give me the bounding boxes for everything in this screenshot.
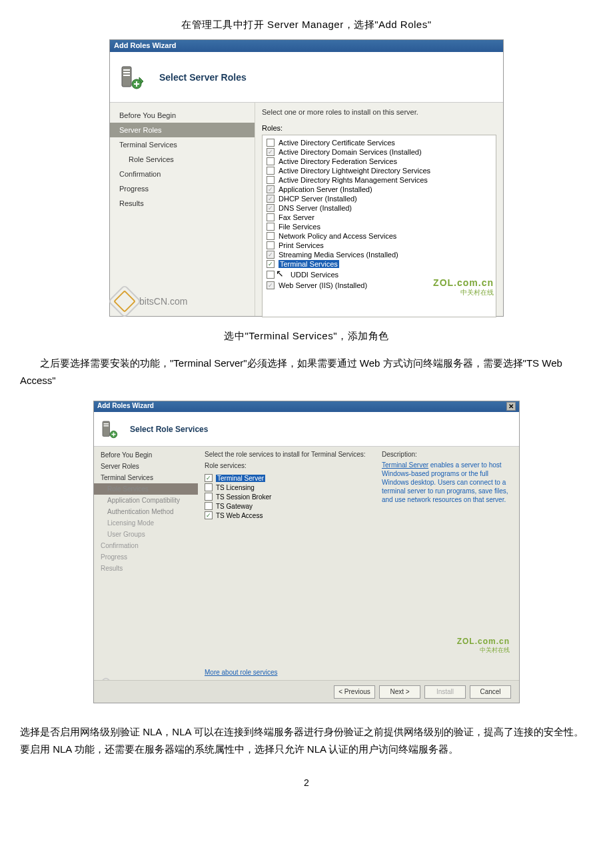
wizard-header: Select Server Roles (110, 52, 503, 103)
bitscn-label: bitsCN.com (139, 296, 187, 307)
role-terminal-services[interactable]: Terminal Services (267, 259, 492, 269)
sidebar-item-results[interactable]: Results (94, 563, 198, 574)
role-ad-federation[interactable]: Active Directory Federation Services (267, 157, 492, 166)
caption-open-server-manager: 在管理工具中打开 Server Manager，选择"Add Roles" (20, 19, 593, 31)
checkbox-icon[interactable] (205, 483, 213, 491)
sidebar-item-confirmation[interactable]: Confirmation (110, 167, 255, 181)
service-ts-licensing[interactable]: TS Licensing (205, 483, 368, 492)
window-title-text: Add Roles Wizard (97, 402, 154, 411)
checkbox-icon (267, 185, 275, 193)
checkbox-icon[interactable] (267, 139, 275, 147)
checkbox-icon[interactable] (267, 232, 275, 240)
sidebar-item-licensing[interactable]: Licensing Mode (94, 517, 198, 529)
checkbox-icon[interactable] (205, 502, 213, 510)
role-fax[interactable]: Fax Server (267, 213, 492, 222)
zol-logo-sub: 中关村在线 (433, 288, 494, 297)
install-button[interactable]: Install (424, 685, 466, 699)
checkbox-icon[interactable] (205, 511, 213, 519)
sidebar-item-before-you-begin[interactable]: Before You Begin (110, 108, 255, 123)
cancel-button[interactable]: Cancel (470, 685, 511, 699)
service-ts-gateway[interactable]: TS Gateway (205, 501, 368, 511)
checkbox-icon[interactable] (267, 157, 275, 165)
svg-rect-7 (104, 425, 109, 427)
previous-button[interactable]: < Previous (334, 685, 375, 699)
service-ts-session-broker[interactable]: TS Session Broker (205, 492, 368, 501)
checkbox-icon[interactable] (267, 167, 275, 175)
screenshot-select-server-roles: Add Roles Wizard Select Server Roles Bef… (109, 39, 504, 317)
sidebar-item-server-roles[interactable]: Server Roles (94, 461, 198, 472)
terminal-server-link[interactable]: Terminal Server (382, 461, 428, 469)
sidebar-item-role-services[interactable]: Role Services (110, 152, 255, 167)
sidebar-item-auth-method[interactable]: Authentication Method (94, 506, 198, 517)
checkbox-icon[interactable] (205, 474, 213, 482)
window-titlebar: Add Roles Wizard (110, 40, 503, 52)
checkbox-icon[interactable] (267, 241, 275, 249)
paragraph-select-features: 之后要选择需要安装的功能，"Terminal Server"必须选择，如果需要通… (20, 355, 593, 389)
checkbox-icon[interactable] (267, 223, 275, 231)
role-dhcp[interactable]: DHCP Server (Installed) (267, 194, 492, 203)
svg-rect-3 (123, 75, 130, 76)
checkbox-icon[interactable] (267, 271, 275, 279)
cursor-icon: ↖ (276, 268, 284, 279)
sidebar-item-terminal-services[interactable]: Terminal Services (110, 137, 255, 152)
server-role-icon (101, 419, 121, 439)
zol-watermark: ZOL.com.cn 中关村在线 (457, 637, 510, 655)
roles-label: Roles: (262, 124, 496, 132)
wizard-sidebar: Before You Begin Server Roles Terminal S… (110, 103, 255, 316)
sidebar-item-role-services[interactable]: Role Services (94, 483, 198, 495)
wizard-main-panel: Select the role services to install for … (198, 447, 519, 680)
checkbox-icon[interactable] (267, 213, 275, 221)
sidebar-item-progress[interactable]: Progress (94, 551, 198, 563)
sidebar-item-server-roles[interactable]: Server Roles (110, 123, 255, 137)
sidebar-item-before-you-begin[interactable]: Before You Begin (94, 449, 198, 461)
wizard-main-panel: Select one or more roles to install on t… (255, 103, 503, 316)
role-streaming[interactable]: Streaming Media Services (Installed) (267, 250, 492, 259)
wizard-sidebar: Before You Begin Server Roles Terminal S… (94, 447, 198, 680)
role-print[interactable]: Print Services (267, 241, 492, 250)
role-ad-domain[interactable]: Active Directory Domain Services (Instal… (267, 147, 492, 157)
checkbox-icon (267, 148, 275, 156)
svg-rect-2 (123, 72, 130, 73)
zol-logo-text: ZOL.com.cn (457, 637, 510, 646)
role-ad-rms[interactable]: Active Directory Rights Management Servi… (267, 175, 492, 185)
svg-rect-6 (104, 423, 109, 425)
checkbox-icon (267, 281, 275, 289)
next-button[interactable]: Next > (379, 685, 420, 699)
role-network-policy[interactable]: Network Policy and Access Services (267, 231, 492, 241)
role-ad-lds[interactable]: Active Directory Lightweight Directory S… (267, 166, 492, 175)
checkbox-icon[interactable] (267, 260, 275, 268)
role-ad-certificate[interactable]: Active Directory Certificate Services (267, 138, 492, 147)
checkbox-icon[interactable] (205, 493, 213, 501)
description-title: Description: (382, 451, 512, 458)
caption-select-terminal-services: 选中"Terminal Services"，添加角色 (20, 330, 593, 343)
sidebar-item-app-compat[interactable]: Application Compatibility (94, 495, 198, 506)
checkbox-icon (267, 195, 275, 203)
more-role-services-link[interactable]: More about role services (205, 669, 278, 676)
window-titlebar: Add Roles Wizard ✕ (94, 401, 519, 412)
sidebar-item-user-groups[interactable]: User Groups (94, 529, 198, 540)
sidebar-item-terminal-services[interactable]: Terminal Services (94, 472, 198, 483)
service-ts-web-access[interactable]: TS Web Access (205, 511, 368, 520)
checkbox-icon (267, 251, 275, 259)
role-dns[interactable]: DNS Server (Installed) (267, 203, 492, 213)
services-label: Role services: (205, 462, 368, 469)
sidebar-item-confirmation[interactable]: Confirmation (94, 540, 198, 551)
panel-description: Select the role services to install for … (205, 451, 368, 458)
description-text: Terminal Server enables a server to host… (382, 461, 512, 504)
sidebar-item-progress[interactable]: Progress (110, 181, 255, 196)
role-app-server[interactable]: Application Server (Installed) (267, 185, 492, 194)
wizard-header: Select Role Services (94, 412, 519, 447)
paragraph-nla: 选择是否启用网络级别验证 NLA，NLA 可以在连接到终端服务器进行身份验证之前… (20, 723, 593, 757)
sidebar-item-results[interactable]: Results (110, 196, 255, 211)
checkbox-icon[interactable] (267, 176, 275, 184)
server-role-icon (119, 64, 146, 91)
wizard-header-title: Select Role Services (130, 425, 208, 434)
bitscn-watermark: bitsCN.com (113, 289, 187, 313)
screenshot-select-role-services: Add Roles Wizard ✕ Select Role Services … (93, 401, 520, 703)
role-file[interactable]: File Services (267, 222, 492, 231)
close-icon[interactable]: ✕ (506, 402, 516, 411)
service-terminal-server[interactable]: Terminal Server (205, 473, 368, 483)
wizard-button-row: < Previous Next > Install Cancel (94, 680, 519, 703)
checkbox-icon (267, 204, 275, 212)
zol-logo-sub: 中关村在线 (457, 646, 510, 655)
